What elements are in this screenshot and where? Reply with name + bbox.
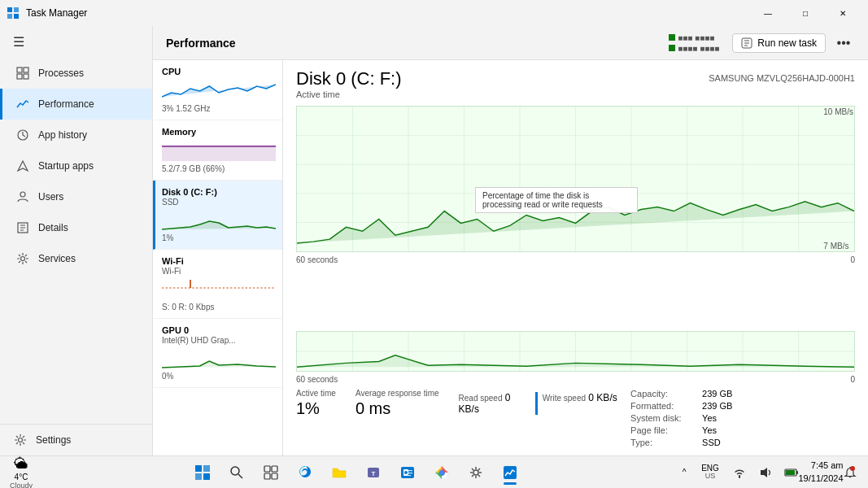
svg-rect-6 (17, 74, 22, 79)
svg-rect-68 (504, 466, 517, 479)
svg-rect-2 (7, 14, 12, 19)
active-time-group: Active time 1% (296, 389, 336, 447)
details-label: Details (38, 222, 68, 233)
svg-rect-49 (203, 473, 210, 480)
language-button[interactable]: ENG US (696, 458, 725, 487)
chrome-button[interactable] (425, 458, 458, 487)
teams-button[interactable]: T (357, 458, 390, 487)
detail-header: Disk 0 (C: F:) Active time SAMSUNG MZVLQ… (296, 68, 855, 102)
weather-temp: 4°C (15, 473, 28, 481)
svg-point-14 (21, 257, 25, 261)
stats-right: Capacity: 239 GB Formatted: 239 GB Syste… (630, 389, 732, 447)
detail-panel: Disk 0 (C: F:) Active time SAMSUNG MZVLQ… (283, 60, 868, 455)
disk-info-col: Capacity: 239 GB Formatted: 239 GB Syste… (630, 389, 732, 447)
device-item-wifi[interactable]: Wi-Fi Wi-Fi S: 0 R: 0 Kbps (153, 250, 282, 319)
svg-rect-48 (195, 473, 202, 480)
svg-point-73 (850, 466, 855, 471)
close-button[interactable]: ✕ (824, 0, 861, 26)
wifi-icon[interactable] (728, 458, 751, 487)
device-item-gpu0[interactable]: GPU 0 Intel(R) UHD Grap... 0% (153, 319, 282, 388)
svg-rect-7 (24, 74, 28, 79)
edge-button[interactable] (289, 458, 321, 487)
svg-rect-5 (24, 68, 28, 72)
notification-button[interactable] (839, 458, 861, 487)
settings-button[interactable]: Settings (0, 424, 152, 455)
details-icon (15, 220, 30, 235)
taskmanager-taskbar-button[interactable] (494, 458, 526, 487)
sidebar-item-startup-apps[interactable]: Startup apps (0, 150, 152, 181)
device-item-cpu[interactable]: CPU 3% 1.52 GHz (153, 60, 282, 120)
device-item-memory[interactable]: Memory 5.2/7.9 GB (66%) (153, 120, 282, 181)
transfer-chart (296, 331, 855, 372)
svg-rect-63 (408, 475, 411, 476)
run-icon (741, 37, 752, 49)
svg-rect-72 (786, 470, 795, 475)
svg-rect-4 (17, 68, 22, 72)
clock[interactable]: 7:45 am 19/11/2024 (806, 458, 835, 487)
svg-rect-61 (408, 470, 412, 471)
svg-rect-54 (264, 473, 270, 479)
app-icon (7, 7, 20, 20)
sidebar: ☰ Processes Performance (0, 26, 153, 455)
maximize-button[interactable]: □ (787, 0, 824, 26)
taskbar: 🌥 4°C Cloudy (0, 455, 868, 488)
stats-section: Active time 1% Average response time 0 m… (296, 389, 855, 447)
services-label: Services (38, 253, 76, 264)
performance-icon (15, 97, 30, 111)
outlook-button[interactable] (391, 458, 424, 487)
header-actions: ■■■ ■■■■ ■■■■ ■■■■ Run new task (669, 32, 855, 54)
hamburger-menu[interactable]: ☰ (0, 26, 152, 58)
volume-icon[interactable] (754, 458, 777, 487)
device-list: CPU 3% 1.52 GHz Memory 5 (153, 60, 283, 455)
svg-rect-46 (195, 465, 202, 472)
more-options-button[interactable]: ••• (832, 32, 855, 54)
svg-text:T: T (371, 470, 375, 477)
svg-point-15 (19, 438, 23, 442)
sidebar-item-details[interactable]: Details (0, 212, 152, 243)
users-label: Users (38, 191, 63, 203)
svg-rect-0 (7, 7, 12, 12)
chart1-value-label: 0 (850, 255, 855, 264)
svg-point-9 (20, 192, 25, 197)
sidebar-item-processes[interactable]: Processes (0, 58, 152, 89)
svg-marker-69 (761, 468, 767, 477)
sidebar-item-users[interactable]: Users (0, 181, 152, 212)
svg-rect-47 (203, 465, 210, 472)
weather-widget[interactable]: 🌥 4°C Cloudy (7, 454, 36, 489)
device-item-disk0[interactable]: Disk 0 (C: F:) SSD 1% (153, 181, 282, 250)
taskbar-settings-button[interactable] (460, 458, 492, 487)
sidebar-item-performance[interactable]: Performance (0, 89, 152, 120)
minimize-button[interactable]: — (749, 0, 787, 26)
taskview-button[interactable] (255, 458, 287, 487)
svg-point-67 (473, 470, 478, 475)
main-container: ☰ Processes Performance (0, 26, 868, 455)
app-title: Task Manager (26, 7, 749, 19)
svg-rect-1 (14, 7, 19, 12)
search-button[interactable] (220, 458, 253, 487)
detail-model: SAMSUNG MZVLQ256HAJD-000H1 (709, 73, 855, 83)
startup-apps-label: Startup apps (38, 160, 94, 172)
chart2-time-label: 60 seconds (296, 375, 338, 384)
chart2-value: 0 (850, 375, 855, 384)
window-controls: — □ ✕ (749, 0, 861, 26)
chart1-time-label: 60 seconds (296, 255, 338, 264)
stats-left: Active time 1% Average response time 0 m… (296, 389, 617, 447)
tray-chevron[interactable]: ^ (676, 458, 692, 487)
detail-title: Disk 0 (C: F:) (296, 68, 402, 89)
read-write-group: Read speed 0 KB/s Write speed 0 KB/s (459, 389, 618, 447)
content-header: Performance ■■■ ■■■■ ■■■■ ■■■■ (153, 26, 868, 60)
svg-rect-52 (264, 466, 270, 472)
taskbar-right: ^ ENG US (676, 458, 861, 487)
processes-label: Processes (38, 68, 84, 79)
run-new-task-button[interactable]: Run new task (732, 33, 826, 53)
detail-subtitle: Active time (296, 89, 402, 99)
start-button[interactable] (186, 458, 219, 487)
processes-icon (15, 66, 30, 81)
explorer-button[interactable] (323, 458, 355, 487)
content-area: Performance ■■■ ■■■■ ■■■■ ■■■■ (153, 26, 868, 455)
startup-apps-icon (15, 159, 30, 173)
performance-label: Performance (38, 98, 94, 110)
taskbar-center: T (39, 458, 673, 487)
sidebar-item-app-history[interactable]: App history (0, 120, 152, 150)
sidebar-item-services[interactable]: Services (0, 243, 152, 274)
